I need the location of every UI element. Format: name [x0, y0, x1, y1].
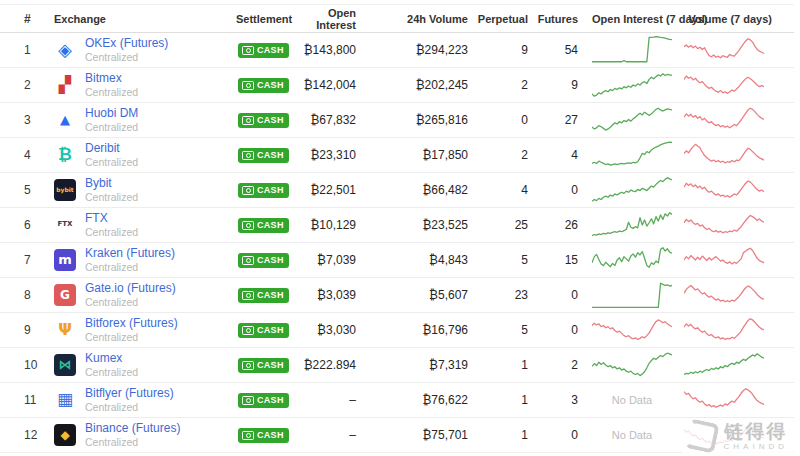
open-interest-sparkline: [580, 71, 680, 99]
exchange-link[interactable]: FTX: [85, 212, 138, 226]
header-open-interest-7d[interactable]: Open Interest (7 days): [580, 13, 680, 25]
banknote-icon: [242, 431, 254, 440]
exchange-link[interactable]: OKEx (Futures): [85, 37, 168, 51]
open-interest-value: ₿3,030: [300, 323, 360, 337]
perpetual-count: 5: [472, 323, 530, 337]
header-24h-volume[interactable]: 24h Volume: [360, 13, 472, 25]
rank-cell: 5: [24, 183, 54, 197]
volume-sparkline: [680, 71, 772, 99]
settlement-cell: CASH: [224, 146, 300, 164]
cash-badge: CASH: [238, 183, 289, 198]
settlement-cell: CASH: [224, 111, 300, 129]
open-interest-value: ₿143,800: [300, 43, 360, 57]
cash-badge-label: CASH: [257, 326, 284, 335]
banknote-icon: [242, 151, 254, 160]
table-row: 5 bybit Bybit Centralized CASH ₿22,501 ₿…: [0, 173, 794, 208]
bitmex-logo: ▞: [54, 74, 76, 96]
rank-cell: 9: [24, 323, 54, 337]
rank-cell: 6: [24, 218, 54, 232]
header-futures[interactable]: Futures: [530, 13, 580, 25]
exchange-type-label: Centralized: [85, 331, 178, 343]
cash-badge: CASH: [238, 148, 289, 163]
deribit-logo: ₿: [54, 144, 76, 166]
volume-24h-value: ₿75,701: [360, 428, 472, 442]
banknote-icon: [242, 326, 254, 335]
open-interest-value: –: [300, 393, 360, 407]
volume-sparkline: [680, 36, 772, 64]
settlement-cell: CASH: [224, 41, 300, 59]
rank-cell: 7: [24, 253, 54, 267]
settlement-cell: CASH: [224, 426, 300, 444]
settlement-cell: CASH: [224, 216, 300, 234]
cash-badge-label: CASH: [257, 431, 284, 440]
open-interest-value: ₿67,832: [300, 113, 360, 127]
exchange-link[interactable]: Bybit: [85, 177, 138, 191]
header-perpetual[interactable]: Perpetual: [472, 13, 530, 25]
futures-count: 27: [530, 113, 580, 127]
exchange-link[interactable]: Bitflyer (Futures): [85, 387, 174, 401]
exchange-link[interactable]: Gate.io (Futures): [85, 282, 176, 296]
settlement-cell: CASH: [224, 321, 300, 339]
volume-24h-value: ₿23,525: [360, 218, 472, 232]
watermark-cn-text: 链得得: [724, 422, 787, 441]
open-interest-sparkline: [580, 281, 680, 309]
cash-badge-label: CASH: [257, 151, 284, 160]
settlement-cell: CASH: [224, 181, 300, 199]
rank-cell: 1: [24, 43, 54, 57]
exchange-link[interactable]: Kraken (Futures): [85, 247, 175, 261]
volume-24h-value: ₿5,607: [360, 288, 472, 302]
cash-badge-label: CASH: [257, 81, 284, 90]
open-interest-value: ₿142,004: [300, 78, 360, 92]
bitforex-logo: Ψ: [54, 319, 76, 341]
settlement-cell: CASH: [224, 286, 300, 304]
perpetual-count: 9: [472, 43, 530, 57]
exchange-link[interactable]: Kumex: [85, 352, 138, 366]
cash-badge: CASH: [238, 253, 289, 268]
settlement-cell: CASH: [224, 76, 300, 94]
cash-badge-label: CASH: [257, 256, 284, 265]
perpetual-count: 25: [472, 218, 530, 232]
open-interest-sparkline: No Data: [580, 394, 680, 406]
header-settlement[interactable]: Settlement: [224, 13, 300, 25]
exchange-link[interactable]: Bitmex: [85, 72, 138, 86]
futures-count: 2: [530, 358, 580, 372]
settlement-cell: CASH: [224, 391, 300, 409]
exchange-link[interactable]: Bitforex (Futures): [85, 317, 178, 331]
perpetual-count: 2: [472, 78, 530, 92]
kraken-logo: m: [54, 249, 76, 271]
exchange-cell: ▦ Bitflyer (Futures) Centralized: [54, 387, 224, 414]
perpetual-count: 4: [472, 183, 530, 197]
exchange-link[interactable]: Deribit: [85, 142, 138, 156]
exchange-type-label: Centralized: [85, 156, 138, 168]
futures-count: 0: [530, 428, 580, 442]
perpetual-count: 0: [472, 113, 530, 127]
rank-cell: 3: [24, 113, 54, 127]
table-row: 7 m Kraken (Futures) Centralized CASH ₿7…: [0, 243, 794, 278]
table-row: 9 Ψ Bitforex (Futures) Centralized CASH …: [0, 313, 794, 348]
open-interest-sparkline: [580, 176, 680, 204]
volume-24h-value: ₿202,245: [360, 78, 472, 92]
perpetual-count: 1: [472, 358, 530, 372]
banknote-icon: [242, 361, 254, 370]
bitflyer-logo: ▦: [54, 389, 76, 411]
header-open-interest[interactable]: Open Interest: [300, 7, 360, 31]
derivatives-exchanges-page: # Exchange Settlement Open Interest 24h …: [0, 0, 800, 456]
open-interest-sparkline: [580, 141, 680, 169]
table-header-row: # Exchange Settlement Open Interest 24h …: [0, 4, 794, 33]
cash-badge: CASH: [238, 78, 289, 93]
header-exchange[interactable]: Exchange: [54, 13, 224, 25]
exchange-cell: Ψ Bitforex (Futures) Centralized: [54, 317, 224, 344]
table-row: 8 G Gate.io (Futures) Centralized CASH ₿…: [0, 278, 794, 313]
rank-cell: 8: [24, 288, 54, 302]
open-interest-sparkline: No Data: [580, 429, 680, 441]
header-volume-7d[interactable]: Volume (7 days): [680, 13, 772, 25]
bybit-logo: bybit: [54, 179, 76, 201]
exchange-link[interactable]: Binance (Futures): [85, 422, 180, 436]
exchange-link[interactable]: Huobi DM: [85, 107, 138, 121]
exchange-type-label: Centralized: [85, 366, 138, 378]
volume-sparkline: [680, 246, 772, 274]
exchange-cell: G Gate.io (Futures) Centralized: [54, 282, 224, 309]
open-interest-value: ₿222.894: [300, 358, 360, 372]
header-rank[interactable]: #: [24, 12, 54, 26]
banknote-icon: [242, 116, 254, 125]
